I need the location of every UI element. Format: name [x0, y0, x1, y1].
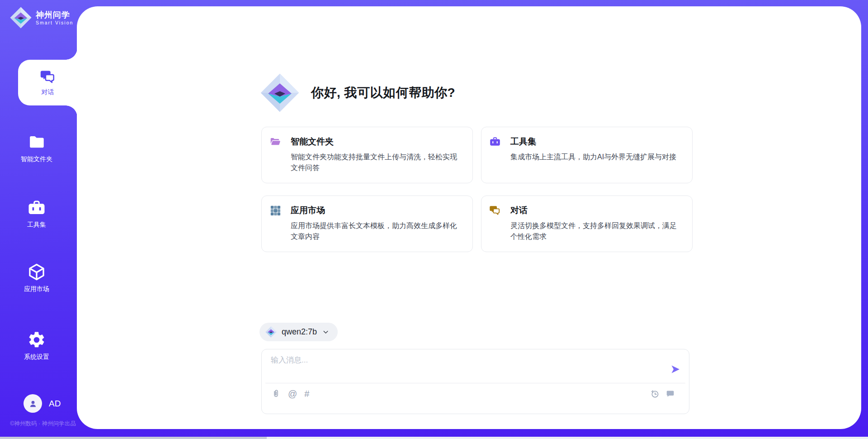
sidebar-item-app-market[interactable]: 应用市场 — [0, 262, 73, 293]
card-title: 智能文件夹 — [291, 136, 334, 148]
card-toolset[interactable]: 工具集 集成市场上主流工具，助力AI与外界无缝扩展与对接 — [481, 127, 693, 183]
chat-bubble-icon[interactable] — [665, 389, 675, 399]
diamond-logo-icon — [265, 326, 277, 338]
person-icon — [28, 398, 38, 409]
card-description: 集成市场上主流工具，助力AI与外界无缝扩展与对接 — [510, 152, 681, 162]
folder-icon — [27, 133, 46, 152]
user-name: AD — [49, 399, 61, 409]
app-tagline: Smart Vision — [36, 20, 73, 26]
card-description: 智能文件夹功能支持批量文件上传与清洗，轻松实现文件问答 — [291, 152, 462, 173]
folder-open-icon — [269, 136, 281, 148]
gear-icon — [27, 330, 46, 349]
card-smart-folder[interactable]: 智能文件夹 智能文件夹功能支持批量文件上传与清洗，轻松实现文件问答 — [261, 127, 473, 183]
sidebar-item-label: 应用市场 — [24, 285, 49, 293]
hash-icon[interactable]: # — [304, 389, 309, 399]
grid-icon — [269, 205, 281, 216]
sidebar-item-settings[interactable]: 系统设置 — [0, 330, 73, 361]
card-title: 对话 — [510, 205, 528, 216]
message-input[interactable] — [271, 355, 660, 381]
sidebar-item-chat[interactable]: 对话 — [18, 60, 77, 105]
sidebar-item-smart-folder[interactable]: 智能文件夹 — [0, 133, 73, 163]
message-composer: @ # — [261, 349, 689, 414]
toolbox-icon — [489, 136, 501, 148]
sidebar-item-label: 工具集 — [27, 221, 46, 229]
at-icon[interactable]: @ — [288, 389, 297, 399]
card-app-market[interactable]: 应用市场 应用市场提供丰富长文本模板，助力高效生成多样化文章内容 — [261, 196, 473, 252]
sidebar-item-label: 对话 — [42, 88, 54, 96]
cube-icon — [27, 262, 46, 282]
composer-toolbar: @ # — [271, 389, 309, 399]
user-profile[interactable]: AD — [24, 394, 61, 413]
app-logo: 神州问学 Smart Vision — [10, 7, 73, 29]
chat-bubbles-icon — [40, 69, 56, 85]
card-description: 应用市场提供丰富长文本模板，助力高效生成多样化文章内容 — [291, 220, 462, 242]
card-description: 灵活切换多模型文件，支持多样回复效果调试，满足个性化需求 — [510, 220, 681, 242]
scrollbar-thumb[interactable] — [0, 437, 267, 439]
sidebar-item-label: 系统设置 — [24, 353, 49, 361]
app-name: 神州问学 — [36, 10, 73, 20]
history-icon[interactable] — [650, 389, 660, 399]
card-title: 工具集 — [510, 136, 536, 148]
avatar — [24, 394, 42, 413]
sidebar-item-label: 智能文件夹 — [21, 155, 52, 163]
paperclip-icon[interactable] — [271, 389, 281, 399]
composer-right-actions — [650, 389, 675, 399]
toolbox-icon — [27, 198, 46, 217]
card-chat[interactable]: 对话 灵活切换多模型文件，支持多样回复效果调试，满足个性化需求 — [481, 196, 693, 252]
greeting-text: 你好, 我可以如何帮助你? — [311, 84, 455, 101]
sidebar-item-toolset[interactable]: 工具集 — [0, 198, 73, 229]
card-title: 应用市场 — [291, 205, 325, 216]
model-selector[interactable]: qwen2:7b — [259, 323, 338, 341]
greeting: 你好, 我可以如何帮助你? — [260, 73, 455, 112]
send-icon[interactable] — [670, 364, 681, 375]
chat-bubbles-icon — [489, 205, 501, 216]
composer-divider — [265, 383, 685, 383]
model-name: qwen2:7b — [282, 327, 317, 337]
tab-curve-top — [66, 48, 77, 60]
chevron-down-icon — [322, 328, 330, 336]
feature-cards: 智能文件夹 智能文件夹功能支持批量文件上传与清洗，轻松实现文件问答 工具集 集成… — [261, 127, 693, 252]
diamond-logo-icon — [260, 73, 299, 112]
diamond-logo-icon — [10, 7, 32, 29]
horizontal-scrollbar[interactable] — [0, 437, 868, 439]
copyright-text: ©神州数码 · 神州问学出品 — [0, 420, 86, 428]
tab-curve-bottom — [66, 105, 77, 117]
